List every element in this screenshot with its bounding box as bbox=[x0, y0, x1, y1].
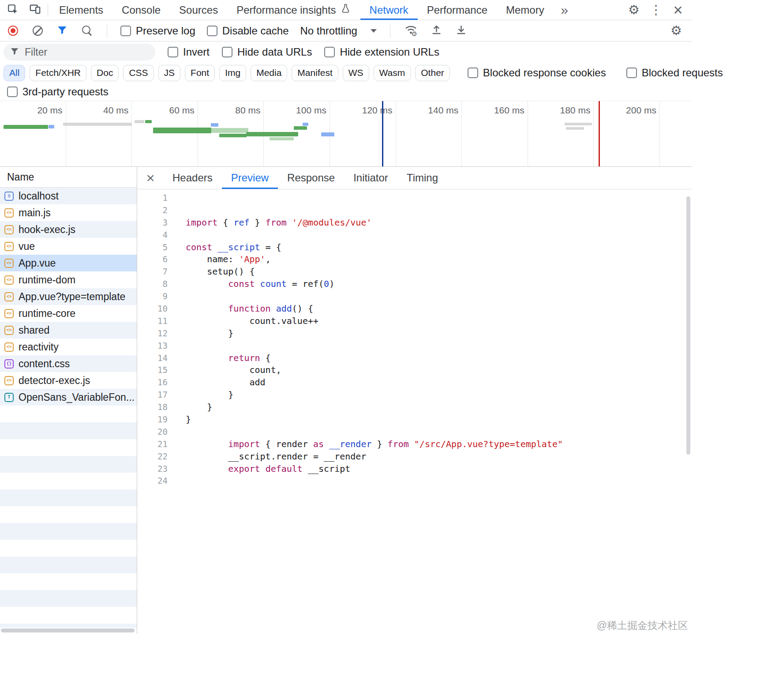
search-button[interactable] bbox=[80, 25, 94, 37]
close-icon: × bbox=[673, 2, 682, 18]
tab-performance-insights[interactable]: Performance insights bbox=[227, 0, 360, 20]
line-number: 1 bbox=[138, 192, 168, 204]
filter-input[interactable]: Filter bbox=[4, 44, 155, 60]
blocked-requests-checkbox[interactable] bbox=[626, 68, 637, 78]
filter-chip-all[interactable]: All bbox=[4, 65, 25, 81]
code-line: 24 bbox=[138, 475, 685, 487]
filter-chip-doc[interactable]: Doc bbox=[91, 65, 119, 81]
line-number: 16 bbox=[138, 376, 168, 389]
request-name: App.vue?type=template bbox=[19, 291, 125, 303]
request-row-shared[interactable]: <>shared bbox=[0, 322, 137, 339]
filter-chip-other[interactable]: Other bbox=[415, 65, 450, 81]
invert-checkbox[interactable] bbox=[168, 47, 178, 57]
request-row-opensans-variablefon[interactable]: TOpenSans_VariableFon... bbox=[0, 389, 137, 406]
code-text: import { render as __render } from "/src… bbox=[186, 438, 563, 451]
detail-tab-response[interactable]: Response bbox=[278, 167, 344, 189]
record-network-log-button[interactable] bbox=[6, 26, 19, 36]
preserve-log-checkbox[interactable] bbox=[120, 26, 131, 36]
request-row-app-vue[interactable]: <>App.vue bbox=[0, 255, 137, 271]
filter-chip-fetch-xhr[interactable]: Fetch/XHR bbox=[30, 65, 86, 81]
network-settings-button[interactable]: ⚙ bbox=[665, 24, 687, 37]
request-row-detector-exec-js[interactable]: <>detector-exec.js bbox=[0, 372, 137, 389]
tab-sources[interactable]: Sources bbox=[170, 0, 227, 20]
device-toolbar-button[interactable] bbox=[24, 0, 46, 20]
blocked-response-cookies-control[interactable]: Blocked response cookies bbox=[468, 67, 606, 79]
request-row-runtime-core[interactable]: <>runtime-core bbox=[0, 305, 137, 322]
name-column-header[interactable]: Name bbox=[0, 167, 137, 188]
tab-label: Console bbox=[122, 4, 161, 16]
blocked-requests-control[interactable]: Blocked requests bbox=[626, 67, 723, 79]
css-file-icon: {} bbox=[4, 359, 14, 369]
waterfall-bar bbox=[145, 120, 152, 123]
code-text: export default __script bbox=[186, 463, 350, 475]
vertical-scrollbar[interactable] bbox=[686, 196, 690, 455]
tab-memory[interactable]: Memory bbox=[497, 0, 554, 20]
detail-tab-preview[interactable]: Preview bbox=[222, 167, 278, 189]
detail-tab-headers[interactable]: Headers bbox=[163, 167, 222, 189]
filter-chip-ws[interactable]: WS bbox=[343, 65, 369, 81]
request-row-reactivity[interactable]: <>reactivity bbox=[0, 339, 137, 355]
import-har-button[interactable] bbox=[430, 24, 443, 38]
request-row-app-vue-type-template[interactable]: <>App.vue?type=template bbox=[0, 288, 137, 305]
funnel-icon bbox=[10, 46, 19, 58]
export-har-button[interactable] bbox=[455, 24, 468, 38]
line-number: 3 bbox=[138, 217, 168, 229]
request-row-content-css[interactable]: {}content.css bbox=[0, 355, 137, 372]
detail-tab-initiator[interactable]: Initiator bbox=[344, 167, 397, 189]
hide-extension-urls-checkbox[interactable] bbox=[324, 47, 335, 57]
close-devtools-button[interactable]: × bbox=[667, 0, 689, 20]
network-conditions-button[interactable]: ⚙ bbox=[404, 23, 419, 38]
line-number: 18 bbox=[138, 401, 168, 414]
preserve-log-control[interactable]: Preserve log bbox=[120, 25, 195, 37]
js-file-icon: <> bbox=[4, 309, 14, 318]
network-overview-timeline[interactable]: 20 ms40 ms60 ms80 ms100 ms120 ms140 ms16… bbox=[0, 101, 692, 167]
hide-data-urls-checkbox[interactable] bbox=[222, 47, 232, 57]
detail-tabbar: × HeadersPreviewResponseInitiatorTiming bbox=[138, 167, 692, 189]
tab-elements[interactable]: Elements bbox=[50, 0, 112, 20]
request-row-localhost[interactable]: ≡localhost bbox=[0, 188, 137, 204]
more-tabs-button[interactable]: » bbox=[554, 0, 576, 20]
disable-cache-label: Disable cache bbox=[222, 25, 289, 37]
code-text: name: 'App', bbox=[186, 253, 271, 266]
line-number: 13 bbox=[138, 340, 168, 352]
filter-chip-img[interactable]: Img bbox=[219, 65, 246, 81]
disable-cache-control[interactable]: Disable cache bbox=[207, 25, 289, 37]
filter-chip-css[interactable]: CSS bbox=[123, 65, 154, 81]
disable-cache-checkbox[interactable] bbox=[207, 26, 217, 36]
close-detail-button[interactable]: × bbox=[138, 167, 163, 189]
font-file-icon: T bbox=[4, 393, 14, 402]
code-text: } bbox=[186, 414, 191, 426]
tab-label: Network bbox=[370, 4, 408, 16]
timeline-tick-label: 20 ms bbox=[37, 105, 62, 116]
tab-console[interactable]: Console bbox=[112, 0, 170, 20]
invert-control[interactable]: Invert bbox=[168, 46, 210, 58]
detail-tab-timing[interactable]: Timing bbox=[397, 167, 447, 189]
clear-network-log-button[interactable] bbox=[31, 26, 44, 36]
filter-chip-js[interactable]: JS bbox=[158, 65, 181, 81]
hide-extension-urls-control[interactable]: Hide extension URLs bbox=[324, 46, 439, 58]
settings-button[interactable]: ⚙ bbox=[623, 0, 645, 20]
tab-performance[interactable]: Performance bbox=[418, 0, 497, 20]
waterfall-bar bbox=[303, 123, 308, 126]
timeline-tick-label: 200 ms bbox=[626, 105, 656, 116]
request-row-vue[interactable]: <>vue bbox=[0, 238, 137, 255]
request-row-main-js[interactable]: <>main.js bbox=[0, 204, 137, 221]
filter-toggle-button[interactable] bbox=[56, 24, 69, 38]
blocked-response-cookies-checkbox[interactable] bbox=[468, 68, 478, 78]
tab-network[interactable]: Network bbox=[360, 0, 418, 20]
name-column-header-label: Name bbox=[7, 171, 34, 183]
customize-devtools-button[interactable]: ⋮ bbox=[645, 0, 667, 20]
preserve-log-label: Preserve log bbox=[136, 25, 195, 37]
filter-chip-wasm[interactable]: Wasm bbox=[374, 65, 411, 81]
filter-chip-media[interactable]: Media bbox=[251, 65, 287, 81]
inspect-element-button[interactable] bbox=[2, 0, 24, 20]
filter-chip-manifest[interactable]: Manifest bbox=[292, 65, 338, 81]
throttling-select[interactable]: No throttling bbox=[300, 25, 376, 37]
request-row-hook-exec-js[interactable]: <>hook-exec.js bbox=[0, 221, 137, 238]
request-row-runtime-dom[interactable]: <>runtime-dom bbox=[0, 271, 137, 288]
filter-chip-font[interactable]: Font bbox=[185, 65, 215, 81]
horizontal-scrollbar[interactable] bbox=[1, 628, 135, 632]
third-party-requests-checkbox[interactable] bbox=[7, 87, 18, 97]
hide-data-urls-control[interactable]: Hide data URLs bbox=[222, 46, 312, 58]
code-line: 11 count.value++ bbox=[138, 315, 685, 327]
